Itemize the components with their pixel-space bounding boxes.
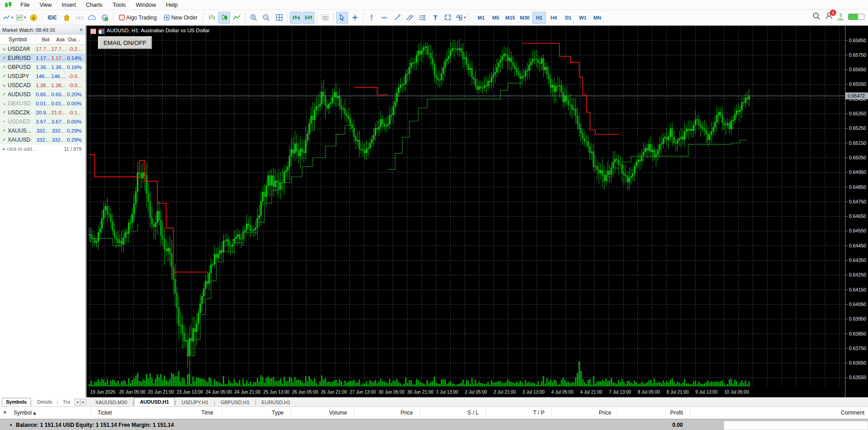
- timeframe-d1[interactable]: D1: [561, 12, 575, 24]
- email-onoff-button[interactable]: EMAIL ON/OFF: [98, 36, 152, 49]
- objects-dropdown[interactable]: ▾: [455, 12, 466, 24]
- trendline-tool[interactable]: [391, 12, 403, 24]
- shift-end-button[interactable]: [290, 12, 302, 24]
- market-watch-row-xauusd[interactable]: ↗XAUUSD332...332...0.29%: [0, 135, 85, 144]
- timeframe-mn[interactable]: MN: [590, 12, 604, 24]
- toolbox-column-tp[interactable]: T / P: [504, 410, 544, 416]
- chart-type-dropdown[interactable]: ▾: [2, 12, 14, 24]
- market-watch-row-usdzar[interactable]: ↘USDZAR17.7...17.7...-0.2...: [0, 44, 85, 54]
- menu-item-window[interactable]: Window: [131, 1, 161, 9]
- column-header-bid[interactable]: Bid: [35, 37, 51, 42]
- time-tick-label: 24 Jun 21:00: [235, 390, 261, 395]
- chart-tab-usdjpy-h1[interactable]: USDJPY,H1: [176, 398, 214, 406]
- market-watch-row-usdaed[interactable]: •USDAED3.67...3.67...0.00%: [0, 117, 85, 126]
- channel-tool[interactable]: [404, 12, 416, 24]
- timeframe-m1[interactable]: M1: [474, 12, 488, 24]
- toolbox-column-symbol[interactable]: Symbol ▴: [14, 410, 36, 416]
- column-divider: [690, 408, 690, 417]
- horizontal-line-tool[interactable]: [378, 12, 390, 24]
- toolbox-column-price-2[interactable]: Price: [570, 410, 611, 416]
- new-order-button[interactable]: New Order: [161, 12, 201, 24]
- market-watch-row-xauus[interactable]: ↗XAUUS...332...332...0.29%: [0, 126, 85, 135]
- ide-button[interactable]: IDE: [44, 12, 60, 24]
- column-header-ask[interactable]: Ask: [51, 37, 66, 42]
- algo-trading-button[interactable]: Algo Trading: [116, 12, 160, 24]
- zoom-out-button[interactable]: [260, 12, 272, 24]
- toolbox-column-price[interactable]: Price: [372, 410, 413, 416]
- market-watch-row-gbxusd[interactable]: ↘GBXUSD0.01...0.01...0.00%: [0, 99, 85, 108]
- notifications-icon[interactable]: 1: [825, 12, 833, 22]
- toolbox-column-type[interactable]: Type: [243, 410, 284, 416]
- line-chart-button[interactable]: [231, 12, 243, 24]
- tile-windows-button[interactable]: [273, 12, 285, 24]
- symbol-name: USDJPY: [8, 73, 35, 79]
- menu-item-help[interactable]: Help: [161, 1, 183, 9]
- panel-tab-symbols[interactable]: Symbols: [2, 398, 31, 406]
- menu-item-tools[interactable]: Tools: [108, 1, 131, 9]
- bars-chart-button[interactable]: [206, 12, 217, 24]
- menu-item-view[interactable]: View: [34, 1, 57, 9]
- timeframe-m30[interactable]: M30: [518, 12, 531, 24]
- tab-scroll-left-icon[interactable]: ◂: [74, 399, 80, 405]
- add-symbol-label: click to add...: [7, 146, 36, 152]
- deposit-icon[interactable]: $: [28, 12, 39, 24]
- menu-item-charts[interactable]: Charts: [81, 1, 108, 9]
- market-watch-add-row[interactable]: + click to add... 11 / 979: [0, 144, 85, 153]
- market-watch-row-eurusd[interactable]: ↗EURUSD1.17...1.17...0.14%: [0, 54, 85, 63]
- chart-tab-eurusd-h1[interactable]: EURUSD,H1: [256, 398, 296, 406]
- timeframe-m15[interactable]: M15: [503, 12, 517, 24]
- menu-item-insert[interactable]: Insert: [57, 1, 81, 9]
- fibonacci-tool[interactable]: [417, 12, 428, 24]
- market-watch-row-audusd[interactable]: ↗AUDUSD0.65...0.65...0.20%: [0, 90, 85, 99]
- balance-bullet: •: [10, 422, 12, 428]
- market-watch-row-usdcad[interactable]: ↘USDCAD1.36...1.36...-0.0...: [0, 81, 85, 90]
- vertical-line-tool[interactable]: [366, 12, 378, 24]
- auto-scroll-button[interactable]: [303, 12, 314, 24]
- timeframe-w1[interactable]: W1: [576, 12, 589, 24]
- candlestick-chart-button[interactable]: [218, 12, 230, 24]
- close-icon[interactable]: ✕: [79, 27, 83, 32]
- market-watch-row-gbpusd[interactable]: ↗GBPUSD1.36...1.36...0.16%: [0, 63, 85, 72]
- price-tick-label: 0.65650: [849, 67, 866, 72]
- toolbox-column-sl[interactable]: S / L: [438, 410, 479, 416]
- profiles-dropdown[interactable]: ▾: [15, 12, 27, 24]
- screenshot-button[interactable]: [319, 12, 331, 24]
- chart-tab-gbpusd-h1[interactable]: GBPUSD,H1: [215, 398, 255, 406]
- up-arrow-icon: ↗: [0, 74, 8, 79]
- cursor-tool-button[interactable]: [336, 12, 348, 24]
- panel-tab-tra[interactable]: Tra: [59, 398, 74, 406]
- toolbox-close-icon[interactable]: ✕: [3, 410, 7, 415]
- tab-scroll-right-icon[interactable]: ▸: [81, 399, 86, 405]
- cloud-icon[interactable]: [86, 12, 98, 24]
- market-watch-row-usdczk[interactable]: ↗USDCZK20.9...21.0...-0.1...: [0, 108, 85, 117]
- menu-item-file[interactable]: File: [15, 1, 34, 9]
- toolbox-column-volume[interactable]: Volume: [306, 410, 347, 416]
- column-header-symbol[interactable]: Symbol: [0, 36, 35, 43]
- timeframe-m5[interactable]: M5: [489, 12, 502, 24]
- market-watch-row-usdjpy[interactable]: ↗USDJPY146....146....-0.0...: [0, 72, 85, 81]
- panel-tab-details[interactable]: Details: [33, 398, 57, 406]
- chart-tab-audusd-h1[interactable]: AUDUSD,H1: [134, 397, 175, 406]
- timeframe-h4[interactable]: H4: [547, 12, 560, 24]
- market-icon[interactable]: [61, 12, 73, 24]
- symbol-name: EURUSD: [8, 55, 35, 61]
- toolbox-column-comment[interactable]: Comment: [821, 410, 864, 416]
- crosshair-tool-button[interactable]: [349, 12, 361, 24]
- chart-canvas[interactable]: 0.658500.657500.656500.655500.654500.653…: [87, 26, 868, 397]
- column-header-dai[interactable]: Dai...: [66, 37, 82, 42]
- timeframe-h1[interactable]: H1: [532, 12, 546, 24]
- time-tick-label: 10 Jul 05:00: [724, 390, 749, 395]
- toolbox-column-time[interactable]: Time: [172, 410, 213, 416]
- broadcast-icon[interactable]: ((●)): [74, 12, 85, 24]
- text-tool[interactable]: T: [429, 12, 441, 24]
- chart-window[interactable]: AUDUSD, H1: Australian Dollar vs US Doll…: [86, 25, 868, 397]
- ask-value: 1.17...: [51, 55, 66, 61]
- toolbox-column-profit[interactable]: Profit: [642, 410, 683, 416]
- chart-tab-xauusd-m30[interactable]: XAUUSD,M30: [90, 398, 132, 406]
- toolbox-column-ticket[interactable]: Ticket: [98, 410, 112, 416]
- community-icon[interactable]: +: [99, 12, 111, 24]
- zoom-in-button[interactable]: [248, 12, 260, 24]
- level-icon[interactable]: ⇧LVL: [838, 13, 843, 21]
- shapes-tool[interactable]: [442, 12, 454, 24]
- search-icon[interactable]: [813, 12, 820, 22]
